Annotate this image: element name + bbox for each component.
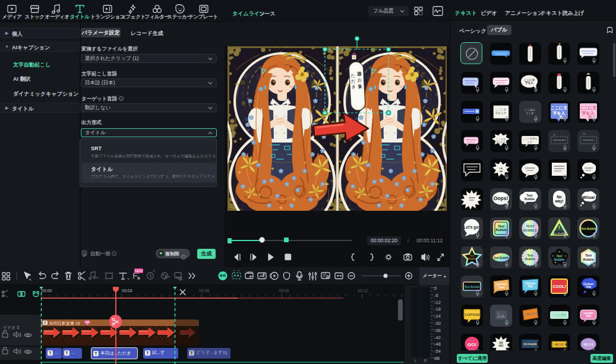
- svg-text:字を入力: 字を入力: [495, 112, 506, 115]
- svg-text:Bubble: Bubble: [525, 257, 535, 261]
- svg-text:Title: Title: [527, 285, 533, 288]
- svg-text:ここに文: ここに文: [495, 108, 507, 111]
- svg-text:Bubble: Bubble: [583, 258, 594, 261]
- svg-text:Time: Time: [498, 286, 505, 289]
- svg-text:Oops!: Oops!: [494, 195, 508, 201]
- svg-text:字を入れ: 字を入れ: [496, 141, 506, 144]
- svg-text:TEXT: TEXT: [526, 224, 535, 228]
- svg-text:ここに文: ここに文: [551, 105, 568, 110]
- svg-text:00:06: 00:06: [199, 289, 210, 293]
- svg-text:Text Bubble: Text Bubble: [494, 257, 509, 259]
- svg-text:Let's go!: Let's go!: [464, 225, 480, 230]
- svg-text:うこそ: うこそ: [526, 112, 534, 115]
- svg-text:00:09: 00:09: [279, 289, 289, 293]
- svg-text:ここに文: ここに文: [580, 105, 597, 110]
- svg-text:BUBBLE: BUBBLE: [523, 229, 537, 232]
- svg-text:Bubble: Bubble: [495, 228, 507, 232]
- svg-text:Bubble: Bubble: [525, 197, 535, 201]
- svg-text:Text: Text: [585, 254, 592, 257]
- svg-text:Title: Title: [586, 286, 592, 289]
- svg-text:力: 力: [558, 115, 563, 120]
- svg-text:Cartoon: Cartoon: [583, 283, 593, 286]
- svg-text:ここに文字: ここに文字: [552, 314, 566, 316]
- svg-text:力: 力: [587, 115, 592, 120]
- svg-text:GO!: GO!: [467, 342, 476, 347]
- svg-text:HA!: HA!: [499, 344, 504, 347]
- svg-text:way!: way!: [554, 199, 563, 204]
- svg-text:入力: 入力: [527, 141, 532, 144]
- svg-text:ここに文字を: ここに文字を: [522, 137, 538, 140]
- svg-text:HA!: HA!: [499, 170, 503, 173]
- svg-text:!: !: [558, 224, 560, 230]
- svg-text:HELLO: HELLO: [583, 343, 593, 347]
- svg-text:NEW: NEW: [135, 269, 143, 273]
- svg-text:Bubble: Bubble: [554, 258, 564, 261]
- svg-text:Text Bubble: Text Bubble: [581, 227, 596, 230]
- svg-text:HELLO: HELLO: [555, 343, 564, 346]
- svg-text:Text: Text: [527, 194, 533, 197]
- svg-text:COOL!: COOL!: [552, 284, 566, 289]
- svg-text:00:12: 00:12: [358, 289, 368, 293]
- svg-text:Custom: Custom: [583, 312, 593, 315]
- svg-text:Cartoon: Cartoon: [525, 282, 535, 285]
- svg-text:Text: Text: [498, 224, 505, 228]
- svg-text:No: No: [557, 195, 562, 199]
- svg-text:CARTOON: CARTOON: [465, 313, 480, 316]
- svg-text:Text Bubble: Text Bubble: [464, 285, 479, 289]
- svg-text:NICKNAME: NICKNAME: [523, 343, 537, 346]
- svg-text:Bubble: Bubble: [468, 257, 476, 260]
- svg-text:Title: Title: [586, 315, 592, 318]
- svg-text:Whoa!: Whoa!: [582, 195, 595, 200]
